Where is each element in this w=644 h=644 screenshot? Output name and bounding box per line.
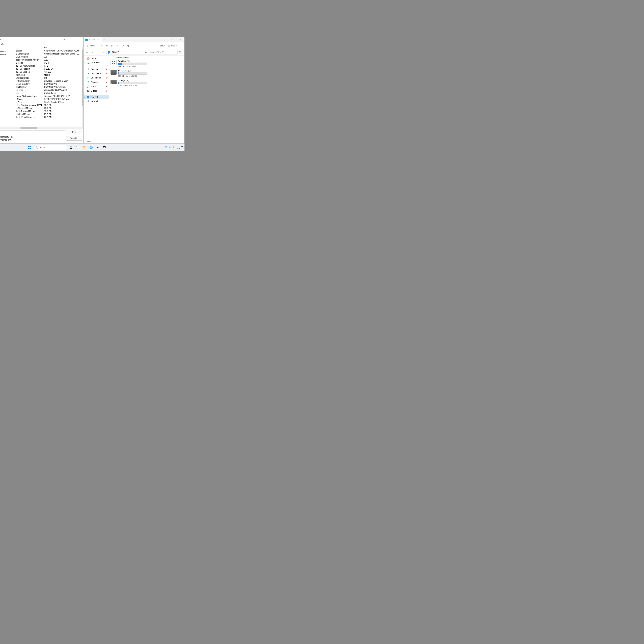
minimize-button[interactable] <box>162 37 170 42</box>
forward-button[interactable]: → <box>90 50 95 55</box>
close-find-button[interactable]: Close Find <box>66 136 82 141</box>
property-row[interactable]: al Virtual Memory27.6 GB <box>15 113 82 116</box>
paste-button[interactable]: 📋 <box>110 44 115 48</box>
find-option-category[interactable]: d category only <box>0 135 65 138</box>
tree-item[interactable]: onment <box>0 53 14 56</box>
sysinfo-tree[interactable]: y ources onment <box>0 46 15 127</box>
chevron-down-icon[interactable]: ⌄ <box>143 51 145 53</box>
property-row[interactable]: .7 ConfigurationElevation Required to Vi… <box>15 79 82 83</box>
taskbar-app-generic[interactable]: 🗔 <box>102 145 107 150</box>
tray-chevron-icon[interactable]: ˄ <box>163 146 164 148</box>
nav-videos[interactable]: 🎬Videos📌 <box>84 89 109 93</box>
property-row[interactable]: tform RoleMobile <box>15 73 82 76</box>
taskbar-clock[interactable]: 2:24 2/18/2… <box>176 145 183 149</box>
property-row[interactable]: e ZonePacific Standard Time <box>15 101 82 104</box>
property-row[interactable]: t Device\Device\HarddiskVolume1 <box>15 89 82 92</box>
drive-item[interactable]: Windows (C:)266 GB free of 299 GB <box>111 60 183 67</box>
property-row[interactable]: ilable Physical Memory19.2 GB <box>15 110 82 113</box>
up-button[interactable]: ↑ <box>101 50 105 55</box>
sysinfo-titlebar[interactable]: tion <box>0 37 83 42</box>
minimize-button[interactable] <box>61 37 68 42</box>
col-value[interactable]: Value <box>44 46 81 49</box>
breadcrumb-item[interactable]: This PC <box>112 51 119 53</box>
volume-icon[interactable]: 🔊 <box>169 146 171 148</box>
taskbar-app-store[interactable]: 🛍 <box>95 145 101 150</box>
property-row[interactable]: S ModeUEFI <box>15 61 82 64</box>
property-row[interactable]: eBoard VersionVer. 1.0 <box>15 70 82 73</box>
cut-button[interactable]: ✄ <box>99 44 104 48</box>
maximize-button[interactable] <box>68 37 75 42</box>
chevron-right-icon[interactable]: › <box>84 100 85 102</box>
new-button[interactable]: ⊕ New ▾ <box>85 44 96 48</box>
view-icon: ☰ <box>168 44 170 47</box>
address-bar[interactable]: › This PC › ⌄ ⟳ <box>106 50 148 55</box>
property-row[interactable]: ilable Virtual Memory22.8 GB <box>15 116 82 119</box>
property-row[interactable]: eBoard ManufacturerGPD <box>15 64 82 67</box>
more-button[interactable]: ⋯ <box>179 44 183 48</box>
col-item[interactable]: n <box>16 46 44 49</box>
task-view-button[interactable]: ◫ <box>68 145 74 150</box>
maximize-button[interactable] <box>170 37 177 42</box>
share-button[interactable]: ↗ <box>121 44 125 48</box>
nav-this-pc[interactable]: ›This PC <box>84 95 109 99</box>
tree-item[interactable]: ources <box>0 50 14 53</box>
explorer-tab[interactable]: This PC ✕ <box>84 37 102 42</box>
view-button[interactable]: ☰ View ▾ <box>167 44 178 48</box>
nav-home[interactable]: 🏠Home <box>84 56 109 61</box>
nav-pictures[interactable]: 🖼Pictures📌 <box>84 80 109 84</box>
back-button[interactable]: ← <box>85 50 89 55</box>
property-row[interactable]: 3IOS Version3.5 <box>15 55 82 58</box>
explorer-content[interactable]: ⌄ Devices and drives Windows (C:)266 GB … <box>109 56 184 140</box>
property-row[interactable]: ure Boot StateOff <box>15 76 82 79</box>
search-icon[interactable]: 🔍 <box>179 50 183 55</box>
taskbar-app-edge[interactable]: 🌐 <box>88 145 94 150</box>
nav-desktop[interactable]: 🖥Desktop📌 <box>84 67 109 71</box>
nav-downloads[interactable]: ⬇Downloads📌 <box>84 71 109 76</box>
property-row[interactable]: al Physical Memory23.7 GB <box>15 107 82 110</box>
close-button[interactable] <box>75 37 83 42</box>
property-row[interactable]: idows DirectoryC:\WINDOWS <box>15 83 82 86</box>
find-button[interactable]: Find <box>66 130 82 134</box>
property-row[interactable]: alled Physical Memory (RAM)32.0 GB <box>15 104 82 107</box>
copy-button[interactable]: ⧉ <box>104 44 109 48</box>
property-row[interactable]: bedded Controller Version0.18 <box>15 58 82 61</box>
property-row[interactable]: eBoard ProductG1618-04 <box>15 67 82 70</box>
scrollbar-horizontal[interactable] <box>0 127 83 129</box>
nav-network[interactable]: ›🖧Network <box>84 99 109 103</box>
taskbar-app-explorer[interactable]: 📁 <box>82 145 87 150</box>
property-row[interactable]: r NameDESKTOP-E0B679Q\Buyer <box>15 98 82 101</box>
nav-music[interactable]: 🎵Music📌 <box>84 84 109 89</box>
nav-documents[interactable]: 📄Documents📌 <box>84 76 109 80</box>
drive-item[interactable]: Storage (E:)3.25 TB free of 3.25 TB <box>111 79 183 87</box>
property-row[interactable]: aleUnited States <box>15 92 82 95</box>
taskbar-app-chat[interactable]: 💬 <box>75 145 81 150</box>
new-tab-button[interactable]: + <box>102 38 107 41</box>
close-button[interactable] <box>177 37 184 42</box>
search-input[interactable]: Search This PC <box>149 50 178 55</box>
scrollbar-vertical[interactable] <box>82 46 83 127</box>
property-row[interactable]: em DirectoryC:\WINDOWS\system32 <box>15 86 82 89</box>
tree-item[interactable]: y <box>0 47 14 50</box>
refresh-button[interactable]: ⟳ <box>145 51 147 53</box>
property-row[interactable]: dware Abstraction LayerVersion = "10.0.2… <box>15 95 82 98</box>
nav-onedrive[interactable]: ›☁OneDrive <box>84 61 109 65</box>
group-devices-drives[interactable]: ⌄ Devices and drives <box>111 57 183 59</box>
chevron-right-icon[interactable]: › <box>84 62 85 64</box>
start-button[interactable] <box>27 145 33 150</box>
property-row[interactable]: S Version/DateAmerican Megatrends Intern… <box>15 52 82 55</box>
taskbar-search[interactable]: 🔍 Search <box>34 145 67 150</box>
property-row[interactable]: cessorAMD Ryzen 7 7840U w/ Radeon 780M <box>15 49 82 52</box>
tab-close-button[interactable]: ✕ <box>97 39 100 41</box>
drive-item[interactable]: Local Disk (D:)161 GB free of 161 GB <box>111 70 183 77</box>
find-input[interactable] <box>0 130 65 134</box>
menu-help[interactable]: Help <box>0 43 4 45</box>
sort-button[interactable]: ↕ Sort ▾ <box>155 44 166 48</box>
find-option-names[interactable]: y names only <box>0 138 65 141</box>
battery-icon[interactable]: 🔋 <box>172 146 175 148</box>
delete-button[interactable]: 🗑 <box>126 44 131 48</box>
recent-button[interactable]: ▾ <box>96 50 100 55</box>
language-icon[interactable]: 🌐 <box>165 146 167 148</box>
chevron-right-icon[interactable]: › <box>84 96 85 98</box>
system-tray[interactable]: ˄ 🌐 🔊 🔋 <box>163 146 175 148</box>
rename-button[interactable]: ✎ <box>115 44 120 48</box>
